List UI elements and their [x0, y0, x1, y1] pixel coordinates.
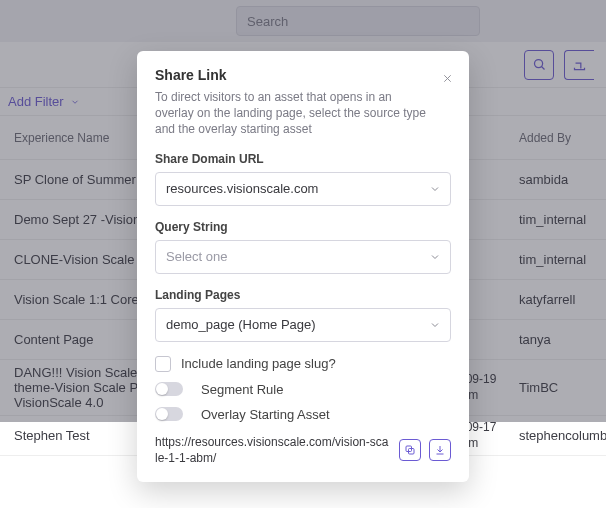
- domain-select[interactable]: resources.visionscale.com: [155, 172, 451, 206]
- overlay-asset-toggle[interactable]: [155, 407, 183, 421]
- landing-select[interactable]: demo_page (Home Page): [155, 308, 451, 342]
- segment-rule-label: Segment Rule: [201, 382, 283, 397]
- overlay-asset-label: Overlay Starting Asset: [201, 407, 330, 422]
- segment-rule-toggle[interactable]: [155, 382, 183, 396]
- download-url-button[interactable]: [429, 439, 451, 461]
- modal-title: Share Link: [155, 67, 451, 83]
- row-added-by: stephencolumbus: [519, 428, 606, 443]
- query-label: Query String: [155, 220, 451, 234]
- query-select[interactable]: Select one: [155, 240, 451, 274]
- share-link-modal: Share Link To direct visitors to an asse…: [137, 51, 469, 482]
- domain-label: Share Domain URL: [155, 152, 451, 166]
- generated-url: https://resources.visionscale.com/vision…: [155, 434, 391, 466]
- include-slug-label: Include landing page slug?: [181, 356, 336, 371]
- landing-label: Landing Pages: [155, 288, 451, 302]
- include-slug-checkbox[interactable]: [155, 356, 171, 372]
- close-icon: [442, 73, 453, 84]
- download-icon: [434, 444, 446, 456]
- copy-icon: [404, 444, 416, 456]
- copy-url-button[interactable]: [399, 439, 421, 461]
- close-button[interactable]: [442, 73, 453, 84]
- modal-subtitle: To direct visitors to an asset that open…: [155, 89, 451, 138]
